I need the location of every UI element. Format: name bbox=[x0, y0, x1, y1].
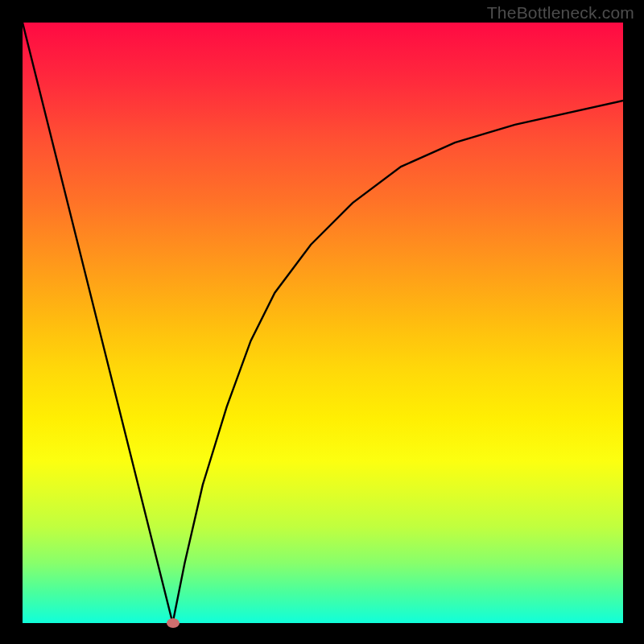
chart-frame: TheBottleneck.com bbox=[0, 0, 644, 644]
plot-area bbox=[23, 23, 623, 623]
bottleneck-curve bbox=[23, 23, 623, 623]
minimum-marker bbox=[167, 618, 180, 628]
watermark-text: TheBottleneck.com bbox=[487, 3, 634, 23]
curve-path bbox=[23, 23, 623, 623]
